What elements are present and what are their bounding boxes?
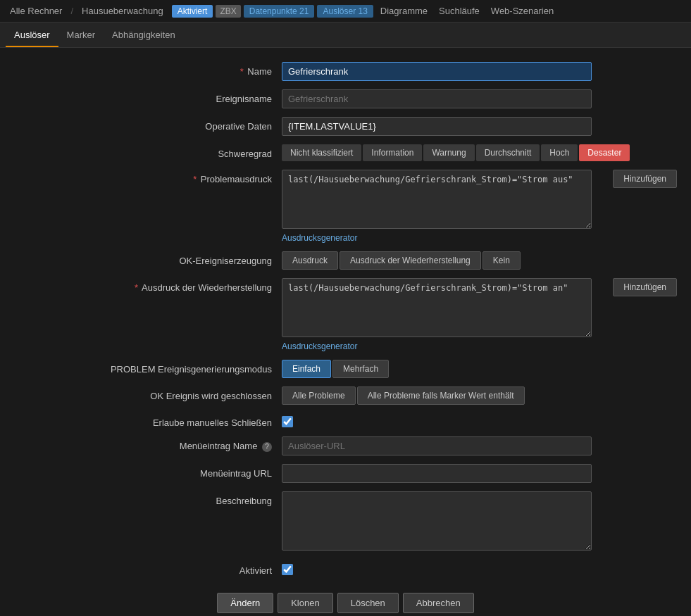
textarea-wiederherstellung[interactable]: last(/Hausueberwachung/Gefrierschrank_St… (282, 278, 592, 337)
required-star-3: * (135, 282, 138, 293)
sev-information[interactable]: Information (363, 144, 422, 161)
btn-ändern[interactable]: Ändern (217, 593, 273, 613)
toggle-problem-modus: Einfach Mehrfach (282, 360, 677, 378)
link-ausdrucksgenerator-2[interactable]: Ausdrucksgenerator (282, 341, 677, 351)
label-beschreibung: Beschreibung (14, 491, 282, 506)
expr-wrap-2: last(/Hausueberwachung/Gefrierschrank_St… (282, 278, 609, 339)
row-name: * Name (14, 62, 677, 81)
btn-löschen[interactable]: Löschen (337, 593, 399, 613)
control-menüeintrag-name (282, 436, 677, 455)
control-menüeintrag-url (282, 464, 677, 483)
btn-hinzufügen-1[interactable]: Hinzufügen (613, 170, 677, 188)
row-problem-modus: PROBLEM Ereignisgenerierungsmodus Einfac… (14, 360, 677, 378)
label-ereignisname: Ereignisname (14, 89, 282, 104)
row-ok-ereignis: OK-Ereigniserzeugung Ausdruck Ausdruck d… (14, 251, 677, 270)
label-erlaube: Erlaube manuelles Schließen (14, 413, 282, 428)
checkbox-aktiviert[interactable] (282, 564, 293, 575)
breadcrumb-alle-rechner[interactable]: Alle Rechner (6, 6, 66, 16)
label-name: * Name (14, 62, 282, 77)
row-operative-daten: Operative Daten (14, 117, 677, 136)
nav-diagramme[interactable]: Diagramme (376, 6, 432, 16)
nav-web-szenarien[interactable]: Web-Szenarien (487, 6, 558, 16)
nav-auslöser[interactable]: Auslöser 13 (317, 5, 373, 18)
control-erlaube (282, 413, 677, 427)
control-operative-daten (282, 117, 677, 136)
expr-row-1: last(/Hausueberwachung/Gefrierschrank_St… (282, 170, 677, 231)
checkbox-erlaube[interactable] (282, 416, 293, 427)
required-star: * (240, 66, 244, 77)
label-problem-modus: PROBLEM Ereignisgenerierungsmodus (14, 360, 282, 375)
sev-desaster[interactable]: Desaster (579, 144, 630, 161)
row-ok-geschlossen: OK Ereignis wird geschlossen Alle Proble… (14, 386, 677, 405)
toggle-ok-ereignis: Ausdruck Ausdruck der Wiederherstellung … (282, 251, 677, 270)
label-menüeintrag-url: Menüeintrag URL (14, 464, 282, 479)
severity-group: Nicht klassifiziert Information Warnung … (282, 144, 677, 161)
btn-ausdruck[interactable]: Ausdruck (282, 251, 338, 270)
label-schweregrad: Schweregrad (14, 144, 282, 159)
input-menüeintrag-name[interactable] (282, 436, 592, 455)
input-ereignisname[interactable] (282, 89, 592, 108)
sev-durchschnitt[interactable]: Durchschnitt (476, 144, 540, 161)
nav-suchläufe[interactable]: Suchläufe (435, 6, 484, 16)
input-menüeintrag-url[interactable] (282, 464, 592, 483)
btn-alle-probleme-marker[interactable]: Alle Probleme falls Marker Wert enthält (357, 386, 525, 405)
btn-ausdruck-wiederherstellung[interactable]: Ausdruck der Wiederherstellung (340, 251, 481, 270)
btn-einfach[interactable]: Einfach (282, 360, 331, 378)
toggle-ok-geschlossen: Alle Probleme Alle Probleme falls Marker… (282, 386, 677, 405)
label-aktiviert: Aktiviert (14, 561, 282, 576)
btn-mehrfach[interactable]: Mehrfach (332, 360, 389, 378)
row-ereignisname: Ereignisname (14, 89, 677, 108)
main-form: * Name Ereignisname Operative Daten Schw… (0, 48, 691, 616)
control-aktiviert (282, 561, 677, 575)
row-menüeintrag-url: Menüeintrag URL (14, 464, 677, 483)
row-beschreibung: Beschreibung (14, 491, 677, 553)
label-menüeintrag-name: Menüeintrag Name ? (14, 436, 282, 452)
control-problemausdruck: last(/Hausueberwachung/Gefrierschrank_St… (282, 170, 677, 243)
active-badge: Aktiviert (172, 5, 213, 18)
tab-marker[interactable]: Marker (58, 24, 104, 47)
btn-kein[interactable]: Kein (483, 251, 521, 270)
sev-warnung[interactable]: Warnung (423, 144, 474, 161)
input-name[interactable] (282, 62, 592, 81)
sev-nicht-klassifiziert[interactable]: Nicht klassifiziert (282, 144, 361, 161)
row-problemausdruck: * Problemausdruck last(/Hausueberwachung… (14, 170, 677, 243)
link-ausdrucksgenerator-1[interactable]: Ausdrucksgenerator (282, 233, 677, 243)
zbx-badge: ZBX (216, 5, 240, 18)
row-aktiviert: Aktiviert (14, 561, 677, 576)
breadcrumb-hausueberwachung[interactable]: Hausueberwachung (77, 6, 168, 16)
control-name (282, 62, 677, 81)
sev-hoch[interactable]: Hoch (541, 144, 578, 161)
checkbox-wrap-aktiviert (282, 561, 677, 575)
btn-klonen[interactable]: Klonen (278, 593, 332, 613)
tab-auslöser[interactable]: Auslöser (6, 24, 58, 47)
textarea-beschreibung[interactable] (282, 491, 592, 551)
control-problem-modus: Einfach Mehrfach (282, 360, 677, 378)
label-problemausdruck: * Problemausdruck (14, 170, 282, 184)
control-ok-ereignis: Ausdruck Ausdruck der Wiederherstellung … (282, 251, 677, 270)
row-schweregrad: Schweregrad Nicht klassifiziert Informat… (14, 144, 677, 161)
label-ok-geschlossen: OK Ereignis wird geschlossen (14, 386, 282, 401)
control-wiederherstellung: last(/Hausueberwachung/Gefrierschrank_St… (282, 278, 677, 351)
label-ok-ereignis: OK-Ereigniserzeugung (14, 251, 282, 266)
row-wiederherstellung: * Ausdruck der Wiederherstellung last(/H… (14, 278, 677, 351)
label-wiederherstellung: * Ausdruck der Wiederherstellung (14, 278, 282, 293)
checkbox-wrap-erlaube (282, 413, 677, 427)
expr-row-2: last(/Hausueberwachung/Gefrierschrank_St… (282, 278, 677, 339)
control-schweregrad: Nicht klassifiziert Information Warnung … (282, 144, 677, 161)
row-menüeintrag-name: Menüeintrag Name ? (14, 436, 677, 455)
required-star-2: * (193, 174, 197, 184)
input-operative-daten[interactable] (282, 117, 592, 136)
breadcrumb-separator: / (69, 6, 75, 16)
btn-hinzufügen-2[interactable]: Hinzufügen (613, 278, 677, 296)
tab-abhängigkeiten[interactable]: Abhängigkeiten (104, 24, 184, 47)
control-ereignisname (282, 89, 677, 108)
row-erlaube: Erlaube manuelles Schließen (14, 413, 677, 428)
top-navigation: Alle Rechner / Hausueberwachung Aktivier… (0, 0, 691, 23)
control-ok-geschlossen: Alle Probleme Alle Probleme falls Marker… (282, 386, 677, 405)
sub-navigation: Auslöser Marker Abhängigkeiten (0, 23, 691, 48)
textarea-problemausdruck[interactable]: last(/Hausueberwachung/Gefrierschrank_St… (282, 170, 592, 229)
btn-abbrechen[interactable]: Abbrechen (403, 593, 474, 613)
nav-datenpunkte[interactable]: Datenpunkte 21 (244, 5, 315, 18)
help-icon-menüeintrag[interactable]: ? (262, 442, 272, 452)
btn-alle-probleme[interactable]: Alle Probleme (282, 386, 356, 405)
